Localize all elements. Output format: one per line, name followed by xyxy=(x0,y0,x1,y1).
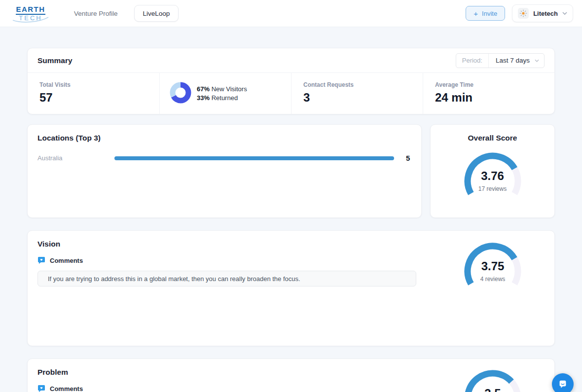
invite-button[interactable]: + Invite xyxy=(466,6,505,21)
stat-value: 24 min xyxy=(435,91,543,105)
locations-title: Locations (Top 3) xyxy=(37,134,411,143)
chevron-down-icon xyxy=(535,59,544,62)
top-bar: EARTH TECH Venture Profile LiveLoop + In… xyxy=(0,0,582,27)
legend-new-visitors: 67% New Visitors xyxy=(197,85,247,94)
comment-bubble-icon xyxy=(37,385,45,392)
visitors-legend: 67% New Visitors 33% Returned xyxy=(197,85,247,103)
nav-venture-profile[interactable]: Venture Profile xyxy=(74,10,118,17)
stat-value: 57 xyxy=(39,91,147,105)
summary-title: Summary xyxy=(37,56,73,65)
stat-total-visits: Total Visits 57 xyxy=(28,73,159,114)
period-select[interactable]: Period: Last 7 days xyxy=(456,53,545,68)
gauge-score: 3.5 xyxy=(461,387,525,392)
summary-stats-row: Total Visits 57 67% New Visitors 33% Ret… xyxy=(28,72,554,114)
comment-item: If you are trying to address this in a g… xyxy=(37,271,416,286)
main-content: Summary Period: Last 7 days Total Visits… xyxy=(27,48,555,392)
plus-icon: + xyxy=(473,10,478,17)
visitors-donut-chart xyxy=(170,82,191,106)
project-liveloop-button[interactable]: LiveLoop xyxy=(134,5,179,22)
stat-label: Total Visits xyxy=(39,81,147,88)
chat-widget-button[interactable] xyxy=(552,373,574,392)
problem-card: Problem Comments 3.5 xyxy=(27,358,555,392)
legend-returned: 33% Returned xyxy=(197,94,247,103)
stat-visitors: 67% New Visitors 33% Returned xyxy=(159,73,291,114)
chevron-down-icon xyxy=(562,12,567,15)
overall-score-gauge: 3.76 17 reviews xyxy=(461,149,525,199)
comment-bubble-icon xyxy=(37,256,45,264)
account-avatar xyxy=(518,8,529,19)
logo-line1: EARTH xyxy=(16,5,45,15)
stat-contact-requests: Contact Requests 3 xyxy=(291,73,423,114)
period-value: Last 7 days xyxy=(489,57,535,64)
gauge-score: 3.76 xyxy=(461,169,525,183)
location-value: 5 xyxy=(406,154,410,162)
earthtech-logo[interactable]: EARTH TECH xyxy=(15,5,46,21)
gauge-reviews: 17 reviews xyxy=(461,185,525,192)
comments-label: Comments xyxy=(50,257,83,264)
gauge-reviews: 4 reviews xyxy=(461,276,525,283)
sun-icon xyxy=(519,9,527,17)
stat-label: Contact Requests xyxy=(303,81,411,88)
summary-card: Summary Period: Last 7 days Total Visits… xyxy=(27,48,555,114)
location-label: Australia xyxy=(37,154,114,162)
chat-icon xyxy=(557,379,568,390)
overall-score-card: Overall Score 3.76 17 reviews xyxy=(430,124,555,218)
overall-score-title: Overall Score xyxy=(431,134,554,143)
location-row: Australia 5 xyxy=(37,154,411,162)
problem-score-gauge: 3.5 xyxy=(461,367,525,392)
logo-line2: TECH xyxy=(15,15,46,22)
account-menu[interactable]: Litetech xyxy=(512,4,573,22)
stat-label: Average Time xyxy=(435,81,543,88)
vision-score-gauge: 3.75 4 reviews xyxy=(461,240,525,289)
location-bar-fill xyxy=(114,156,394,160)
location-bar xyxy=(114,156,394,160)
period-label: Period: xyxy=(456,54,489,68)
account-name: Litetech xyxy=(533,10,558,17)
vision-card: Vision Comments If you are trying to add… xyxy=(27,230,555,346)
invite-label: Invite xyxy=(482,10,497,17)
stat-average-time: Average Time 24 min xyxy=(423,73,554,114)
locations-card: Locations (Top 3) Australia 5 xyxy=(27,124,422,218)
gauge-score: 3.75 xyxy=(461,259,525,273)
comments-label: Comments xyxy=(50,385,83,392)
stat-value: 3 xyxy=(303,91,411,105)
